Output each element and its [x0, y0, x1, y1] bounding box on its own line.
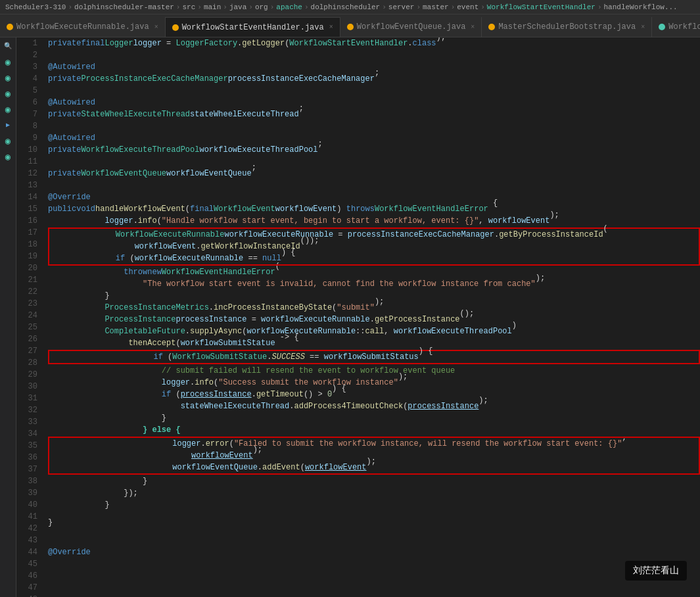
code-line: @Autowired [48, 97, 700, 108]
line-numbers: 1 2 3 4 5 6 7 8 9 10 11 12 13 14 15 16 1… [16, 37, 43, 597]
gutter-icon-3: ◉ [3, 72, 13, 83]
code-line: logger.info("Handle workflow start event… [48, 215, 700, 227]
tab-icon [347, 24, 354, 30]
tab-workflow-start-event-handler[interactable]: WorkflowStartEventHandler.java × [166, 17, 340, 37]
code-line: @Override [48, 191, 700, 203]
red-box-2: if (WorkflowSubmitStatue.SUCCESS == work… [48, 350, 700, 364]
tab-icon [172, 24, 179, 31]
code-line: } [48, 523, 700, 535]
tab-workflow-event-looper[interactable]: WorkflowEventLooper.java × [652, 17, 700, 37]
code-line: if (workflowExecuteRunnable == null) { [49, 252, 699, 264]
gutter-icon-7: ◉ [3, 135, 13, 146]
gutter-icon-2: ◉ [3, 57, 13, 67]
code-line: private StateWheelExecuteThread stateWhe… [48, 108, 700, 120]
gutter-icon-1: 🔍 [3, 41, 13, 51]
code-line: @Autowired [48, 132, 700, 144]
tabs-bar: WorkflowExecuteRunnable.java × WorkflowS… [0, 14, 700, 37]
tab-icon [7, 24, 13, 30]
gutter-icon-6: ▶ [3, 120, 13, 130]
code-line: "The workflow start event is invalid, ca… [48, 278, 700, 290]
code-line: workflowEventQueue.addEvent(workflowEven… [49, 462, 699, 473]
code-line: if (WorkflowSubmitStatue.SUCCESS == work… [49, 351, 699, 363]
gutter-icon-4: ◉ [3, 88, 13, 99]
code-container: 1 2 3 4 5 6 7 8 9 10 11 12 13 14 15 16 1… [16, 37, 700, 597]
code-line: CompletableFuture.supplyAsync(workflowEx… [48, 325, 700, 337]
tab-workflow-execute-runnable[interactable]: WorkflowExecuteRunnable.java × [0, 17, 166, 37]
breadcrumb: Scheduler3-310› dolphinscheduler-master›… [0, 0, 700, 14]
watermark: 刘茫茫看山 [625, 561, 687, 581]
main-container: 🔍 ◉ ◉ ◉ ◉ ▶ ◉ ◉ 1 2 3 4 5 6 7 8 9 10 11 … [0, 37, 700, 597]
code-line: } [48, 499, 700, 511]
code-line: private WorkflowEventQueue workflowEvent… [48, 168, 700, 179]
code-line: ProcessInstanceMetrics.incProcessInstanc… [48, 302, 700, 314]
red-box-3: logger.error("Failed to submit the workf… [48, 437, 700, 475]
gutter-icon-8: ◉ [3, 151, 13, 162]
red-box-1: WorkflowExecuteRunnable workflowExecuteR… [48, 227, 700, 266]
code-line: workflowEvent.getWorkflowInstanceId()); [49, 241, 699, 252]
code-line [48, 120, 700, 132]
code-line: ProcessInstance processInstance = workfl… [48, 314, 700, 325]
left-gutter: 🔍 ◉ ◉ ◉ ◉ ▶ ◉ ◉ [0, 37, 16, 597]
code-content: private final Logger logger = LoggerFact… [43, 37, 700, 597]
tab-workflow-event-queue[interactable]: WorkflowEventQueue.java × [340, 17, 482, 37]
code-line [48, 156, 700, 168]
code-line [48, 511, 700, 523]
code-line [48, 49, 700, 61]
code-line [48, 179, 700, 191]
code-line: private final Logger logger = LoggerFact… [48, 37, 700, 49]
code-line: throw new WorkflowEventHandleError( [48, 266, 700, 278]
tab-master-scheduler-bootstrap[interactable]: MasterSchedulerBootstrap.java × [482, 17, 652, 37]
code-line: WorkflowExecuteRunnable workflowExecuteR… [49, 229, 699, 241]
code-line [48, 535, 700, 546]
tab-icon [659, 24, 665, 30]
code-line: private ProcessInstanceExecCacheManager … [48, 73, 700, 85]
code-line: @Override [48, 546, 700, 558]
tab-icon [488, 24, 495, 30]
code-line: public void handleWorkflowEvent(final Wo… [48, 203, 700, 215]
code-line: } [48, 412, 700, 424]
gutter-icon-5: ◉ [3, 104, 13, 114]
code-line: private WorkflowExecuteThreadPool workfl… [48, 144, 700, 156]
